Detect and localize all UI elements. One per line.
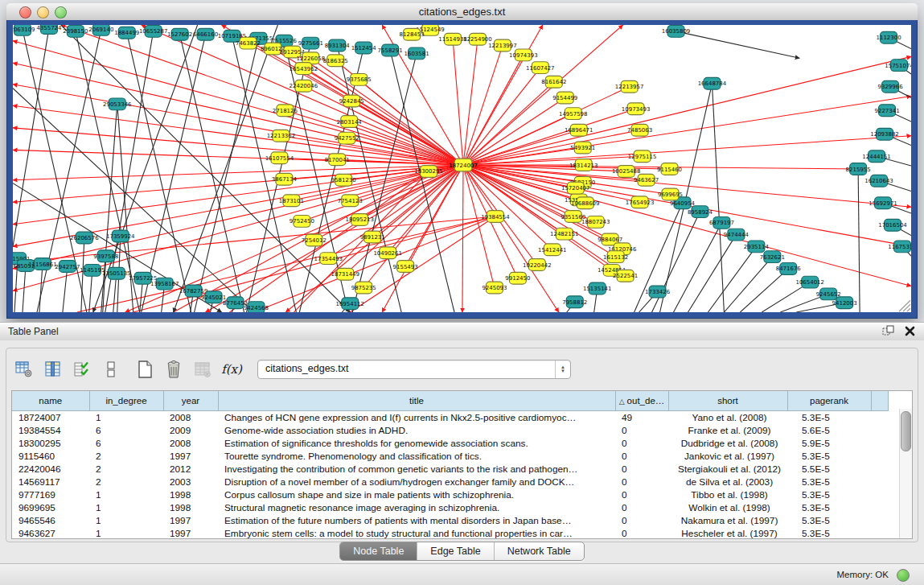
table-mode-icon[interactable] (14, 359, 34, 380)
table-vertical-scrollbar[interactable] (899, 409, 912, 538)
table-cell[interactable]: 5.3E-5 (787, 450, 871, 463)
table-cell[interactable]: 2009 (163, 424, 218, 437)
table-cell[interactable]: 0 (615, 437, 668, 450)
network-node[interactable]: 8215955 (846, 163, 871, 175)
network-node[interactable]: 10025488 (612, 166, 640, 178)
table-cell[interactable]: 0 (615, 514, 668, 527)
table-cell[interactable]: 2003 (163, 476, 218, 488)
network-node[interactable]: 17354493 (314, 253, 343, 265)
table-cell[interactable]: 1998 (163, 501, 218, 514)
table-cell[interactable]: 0 (615, 424, 668, 437)
network-node[interactable]: 9375685 (347, 73, 372, 85)
network-node[interactable]: 8958924 (688, 206, 713, 218)
network-node[interactable]: 1603581 (405, 47, 429, 60)
table-cell[interactable]: 0 (615, 463, 668, 476)
table-cell[interactable]: 0 (615, 476, 668, 488)
table-cell[interactable]: 22420046 (12, 463, 89, 476)
table-cell[interactable]: 5.3E-5 (787, 411, 871, 425)
table-cell[interactable]: Stergiakouli et al. (2012) (668, 463, 787, 476)
new-document-icon[interactable] (135, 359, 154, 380)
network-node[interactable]: 2063109 (13, 25, 35, 35)
table-cell[interactable]: Nakamura et al. (1997) (668, 514, 787, 527)
network-node[interactable]: 12975115 (628, 150, 656, 163)
table-cell[interactable]: 5.6E-5 (787, 424, 871, 437)
network-node[interactable]: 2803144 (337, 116, 363, 128)
table-row[interactable]: 946554611997Estimation of the future num… (12, 514, 888, 527)
column-header-short[interactable]: short (668, 391, 787, 411)
network-node[interactable]: 8931304 (325, 39, 351, 51)
column-header-out_de[interactable]: △out_de… (615, 391, 668, 411)
network-node[interactable]: 15135141 (583, 282, 611, 295)
network-node[interactable]: 4355724 (36, 25, 62, 34)
table-row[interactable]: 911546021997Tourette syndrome. Phenomeno… (12, 450, 888, 463)
table-cell[interactable]: 1 (89, 501, 163, 514)
table-cell[interactable]: 1997 (163, 527, 218, 539)
canvas-resize-grip[interactable] (899, 300, 910, 311)
network-node[interactable]: 16954112 (336, 298, 364, 310)
table-cell[interactable]: Franke et al. (2009) (668, 424, 787, 437)
table-cell[interactable]: 2 (89, 476, 163, 488)
table-cell[interactable]: Dudbridge et al. (2008) (668, 437, 787, 450)
table-cell[interactable]: Hescheler et al. (1997) (668, 527, 787, 539)
network-node[interactable]: 2935114 (744, 241, 770, 253)
network-node[interactable]: 6879197 (709, 216, 734, 229)
table-cell[interactable]: Changes of HCN gene expression and I(f) … (218, 411, 615, 425)
network-node[interactable]: 12213997 (488, 39, 516, 51)
network-node[interactable]: 9245093 (482, 282, 507, 294)
table-cell[interactable]: 0 (615, 450, 668, 463)
network-node[interactable]: 10974393 (509, 49, 537, 61)
tab-network-table[interactable]: Network Table (494, 542, 584, 560)
table-cell[interactable]: 18724007 (12, 411, 89, 425)
network-node[interactable]: 9875235 (351, 282, 376, 294)
table-row[interactable]: 1456911722003Disruption of a novel membe… (12, 476, 888, 488)
column-check-icon[interactable] (72, 359, 92, 380)
table-cell[interactable]: 2008 (163, 437, 218, 450)
network-graph[interactable]: 2063109435572423981502069140188449910655… (13, 25, 911, 312)
network-node[interactable]: 16210643 (864, 175, 893, 187)
table-cell[interactable]: 2 (89, 450, 163, 463)
table-row[interactable]: 977716911998Corpus callosum shape and si… (12, 488, 888, 501)
table-cell[interactable]: 1 (89, 488, 163, 501)
table-cell[interactable]: Corpus callosum shape and size in male p… (218, 488, 615, 501)
delete-icon[interactable] (164, 359, 183, 380)
table-cell[interactable]: 9465546 (12, 514, 89, 527)
table-row[interactable]: 969969511998Structural magnetic resonanc… (12, 501, 888, 514)
network-node[interactable]: 8186325 (323, 55, 348, 67)
network-node[interactable]: 9463627 (634, 174, 659, 186)
tab-node-table[interactable]: Node Table (340, 542, 417, 560)
table-row[interactable]: 946362711997Embryonic stem cells: a mode… (12, 527, 888, 539)
network-node[interactable]: 1884499 (114, 27, 139, 39)
network-node[interactable]: 15412441 (538, 244, 566, 256)
network-node[interactable]: 7958812 (562, 296, 587, 308)
network-node[interactable]: 9154499 (552, 92, 577, 104)
network-node[interactable]: 15751074 (885, 60, 911, 72)
network-node[interactable]: 11607427 (526, 62, 554, 74)
table-cell[interactable]: 9777169 (12, 488, 89, 501)
table-cell[interactable]: Genome-wide association studies in ADHD. (218, 424, 615, 437)
table-cell[interactable]: 9115460 (12, 450, 89, 463)
network-node[interactable]: 3867134 (272, 173, 298, 185)
table-cell[interactable]: 18300295 (12, 437, 89, 450)
table-select-dropdown[interactable]: citations_edges.txt ▲▼ (257, 360, 571, 379)
network-node[interactable]: 10490261 (373, 247, 401, 259)
function-builder-icon[interactable]: f(x) (222, 359, 241, 380)
table-cell[interactable]: 19384554 (12, 424, 89, 437)
table-cell[interactable]: Estimation of the future numbers of pati… (218, 514, 615, 527)
network-node[interactable]: 1512454 (351, 42, 377, 54)
table-cell[interactable]: 5.3E-5 (787, 488, 871, 501)
network-node[interactable]: 17016504 (878, 219, 907, 231)
table-cell[interactable]: 1997 (163, 450, 218, 463)
network-node[interactable]: 10654012 (795, 276, 823, 288)
table-cell[interactable]: Embryonic stem cells: a model to study s… (218, 527, 615, 539)
table-cell[interactable]: 1 (89, 527, 163, 539)
table-row[interactable]: 1830029562008Estimation of significance … (12, 437, 888, 450)
network-node[interactable]: 10655287 (139, 25, 167, 37)
column-header-year[interactable]: year (163, 391, 218, 411)
network-node[interactable]: 9474444 (724, 229, 749, 241)
column-header-pagerank[interactable]: pagerank (787, 391, 871, 411)
network-node[interactable]: 16035809 (662, 25, 690, 37)
table-cell[interactable]: Structural magnetic resonance image aver… (218, 501, 615, 514)
table-cell[interactable]: 6 (89, 437, 163, 450)
network-canvas[interactable]: 2063109435572423981502069140188449910655… (13, 25, 911, 312)
table-cell[interactable]: 1 (89, 411, 163, 425)
